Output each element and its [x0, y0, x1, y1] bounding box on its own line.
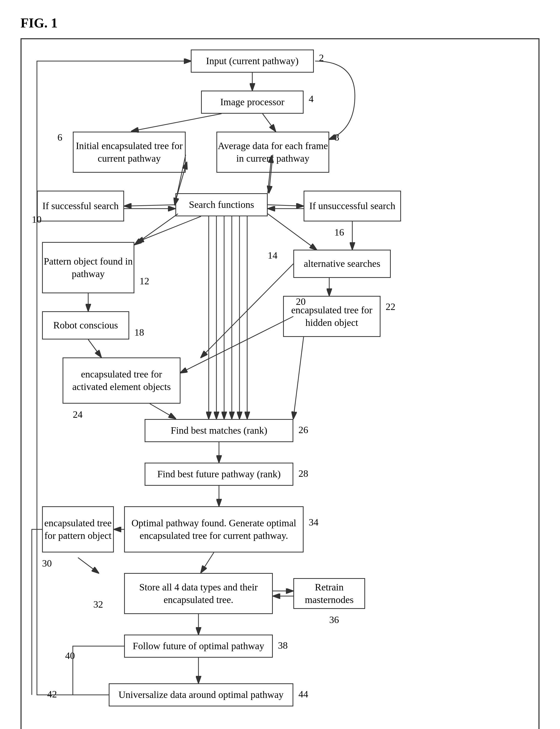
num-44: 44: [298, 688, 308, 700]
search-functions-box: Search functions: [175, 193, 268, 216]
num-22: 22: [386, 301, 395, 312]
num-30: 30: [42, 558, 52, 569]
num-4: 4: [309, 93, 314, 104]
find-best-matches-box: Find best matches (rank): [145, 419, 293, 442]
num-34: 34: [309, 517, 318, 528]
svg-line-11: [268, 205, 303, 206]
svg-line-31: [78, 558, 98, 573]
follow-future-box: Follow future of optimal pathway: [124, 635, 273, 658]
retrain-box: Retrain masternodes: [293, 578, 365, 609]
fig-label: FIG. 1: [21, 15, 539, 31]
svg-line-37: [201, 264, 293, 357]
num-8: 8: [334, 132, 339, 143]
num-2: 2: [319, 52, 324, 63]
store-all-box: Store all 4 data types and their encapsu…: [124, 573, 273, 614]
svg-line-26: [150, 404, 175, 419]
optimal-pathway-box: Optimal pathway found. Generate optimal …: [124, 506, 304, 553]
input-box: Input (current pathway): [191, 50, 314, 73]
svg-line-3: [132, 114, 222, 131]
num-20: 20: [296, 296, 306, 307]
robot-conscious-box: Robot conscious: [42, 311, 129, 339]
num-28: 28: [298, 468, 308, 479]
num-6: 6: [57, 132, 62, 143]
alt-searches-box: alternative searches: [293, 250, 391, 278]
enc-activated-box: encapsulated tree for activated element …: [63, 357, 181, 404]
num-38: 38: [278, 640, 288, 651]
svg-line-21: [135, 214, 178, 244]
num-32: 32: [93, 599, 103, 610]
image-processor-box: Image processor: [201, 91, 304, 114]
svg-line-9: [125, 205, 175, 206]
if-successful-box: If successful search: [37, 191, 124, 221]
num-18: 18: [134, 327, 144, 338]
num-36: 36: [329, 614, 339, 625]
num-40: 40: [65, 650, 75, 661]
num-10: 10: [32, 214, 42, 225]
num-26: 26: [298, 424, 308, 436]
svg-line-30: [201, 553, 214, 573]
num-42: 42: [47, 688, 57, 700]
avg-data-box: Average data for each frame in current p…: [216, 132, 329, 173]
diagram-border: Input (current pathway) 2 Image processo…: [21, 38, 539, 729]
svg-line-23: [88, 339, 101, 357]
find-best-future-box: Find best future pathway (rank): [145, 463, 293, 486]
num-14: 14: [268, 250, 277, 261]
svg-line-20: [137, 216, 201, 242]
num-12: 12: [139, 275, 149, 286]
init-tree-box: Initial encapsulated tree for current pa…: [73, 132, 186, 173]
if-unsuccessful-box: If unsuccessful search: [304, 191, 401, 221]
num-24: 24: [73, 409, 83, 420]
enc-pattern-box: encapsulated tree for pattern object: [42, 506, 114, 553]
svg-line-4: [263, 114, 275, 131]
universalize-box: Universalize data around optimal pathway: [109, 683, 293, 706]
num-16: 16: [334, 226, 344, 238]
pattern-found-box: Pattern object found in pathway: [42, 242, 134, 293]
svg-line-25: [293, 337, 304, 419]
svg-line-38: [181, 316, 293, 373]
